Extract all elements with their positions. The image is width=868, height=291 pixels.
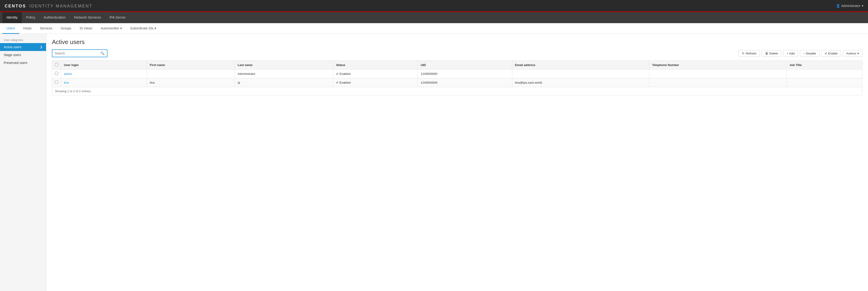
row-0-checkbox[interactable]: [55, 72, 58, 75]
logo-centos: CentOS IDENTITY MANAGEMENT: [5, 3, 93, 9]
table-row: adminAdministrator✔ Enabled1240000000: [52, 69, 863, 78]
cell-email-address: [512, 69, 649, 78]
subnav-services[interactable]: Services: [36, 23, 57, 34]
sidebar: User categories Active users ❯ Stage use…: [0, 34, 46, 291]
refresh-button[interactable]: ↻ Refresh: [739, 50, 760, 57]
user-menu[interactable]: 👤 Administrator ▾: [836, 4, 863, 8]
user-icon: 👤: [836, 4, 840, 8]
col-first-name: First name: [147, 61, 235, 69]
sidebar-item-stage-users[interactable]: Stage users: [0, 51, 46, 59]
table-footer: Showing 1 to 2 of 2 entries.: [52, 87, 863, 95]
page-title: Active users: [52, 38, 863, 46]
table-row: tinatinaqi✔ Enabled1240000004tina@ipa.za…: [52, 78, 863, 87]
cell-user-login: admin: [61, 69, 147, 78]
actions-dropdown-icon: ▾: [857, 52, 859, 55]
col-job-title: Job Title: [786, 61, 862, 69]
chevron-down-icon-2: ▾: [154, 26, 156, 30]
row-1-checkbox[interactable]: [55, 81, 58, 84]
logo-subtitle: IDENTITY MANAGEMENT: [29, 4, 93, 8]
add-label: + Add: [787, 52, 795, 55]
sidebar-category: User categories: [0, 36, 46, 43]
disable-label: – Disable: [803, 52, 816, 55]
cell-last-name: qi: [235, 78, 333, 87]
nav-item-identity[interactable]: Identity: [2, 12, 22, 23]
row-checkbox-cell: [52, 69, 61, 78]
cell-job-title: [786, 69, 862, 78]
delete-button[interactable]: 🗑 Delete: [762, 50, 782, 57]
enable-label: ✔ Enable: [825, 52, 837, 55]
search-button[interactable]: 🔍: [98, 50, 107, 57]
sidebar-item-preserved-users[interactable]: Preserved users: [0, 59, 46, 67]
select-all-checkbox[interactable]: [55, 63, 58, 66]
col-last-name: Last name: [235, 61, 333, 69]
user-label: Administrator: [841, 4, 860, 8]
users-table: User login First name Last name Status U…: [52, 60, 863, 87]
actions-button[interactable]: Actions ▾: [843, 50, 863, 57]
nav-item-authentication[interactable]: Authentication: [39, 12, 70, 23]
table-header-row: User login First name Last name Status U…: [52, 61, 863, 69]
cell-telephone-number: [649, 69, 786, 78]
cell-last-name: Administrator: [235, 69, 333, 78]
disable-button[interactable]: – Disable: [800, 50, 819, 57]
user-dropdown-icon: ▾: [862, 4, 863, 8]
subnav-automember[interactable]: Automember ▾: [97, 23, 126, 34]
cell-email-address: tina@ipa.zack.world: [512, 78, 649, 87]
cell-telephone-number: [649, 78, 786, 87]
refresh-label: Refresh: [746, 52, 756, 55]
actions-label: Actions: [846, 52, 856, 55]
sidebar-stage-users-label: Stage users: [4, 53, 21, 57]
refresh-icon: ↻: [742, 52, 745, 55]
cell-uid: 1240000004: [418, 78, 512, 87]
col-telephone: Telephone Number: [649, 61, 786, 69]
logo: CentOS IDENTITY MANAGEMENT: [5, 3, 93, 9]
top-header: CentOS IDENTITY MANAGEMENT 👤 Administrat…: [0, 0, 868, 12]
user-login-link[interactable]: admin: [64, 72, 72, 76]
nav-item-network-services[interactable]: Network Services: [70, 12, 105, 23]
delete-label: Delete: [769, 52, 778, 55]
sidebar-item-active-users[interactable]: Active users ❯: [0, 43, 46, 51]
cell-first-name: [147, 69, 235, 78]
cell-user-login: tina: [61, 78, 147, 87]
subnav-id-views[interactable]: ID Views: [75, 23, 97, 34]
toolbar: 🔍 ↻ Refresh 🗑 Delete + Add – Disable ✔ E…: [52, 49, 863, 57]
trash-icon: 🗑: [765, 52, 768, 55]
sub-nav: Users Hosts Services Groups ID Views Aut…: [0, 23, 868, 34]
nav-item-policy[interactable]: Policy: [22, 12, 39, 23]
row-checkbox-cell: [52, 78, 61, 87]
table-footer-text: Showing 1 to 2 of 2 entries.: [55, 89, 91, 93]
subnav-subordinate-ids[interactable]: Subordinate IDs ▾: [126, 23, 160, 34]
sidebar-active-users-label: Active users: [4, 45, 21, 49]
col-email: Email address: [512, 61, 649, 69]
chevron-down-icon: ▾: [120, 26, 122, 30]
content-area: User categories Active users ❯ Stage use…: [0, 34, 868, 291]
add-button[interactable]: + Add: [783, 50, 798, 57]
cell-status: ✔ Enabled: [333, 78, 418, 87]
chevron-right-icon: ❯: [40, 46, 42, 49]
enable-button[interactable]: ✔ Enable: [821, 50, 841, 57]
subnav-automember-label: Automember: [101, 26, 119, 30]
subnav-hosts[interactable]: Hosts: [19, 23, 36, 34]
select-all-col: [52, 61, 61, 69]
subnav-groups[interactable]: Groups: [57, 23, 75, 34]
sidebar-preserved-users-label: Preserved users: [4, 61, 27, 65]
col-uid: UID: [418, 61, 512, 69]
search-input[interactable]: [52, 50, 98, 57]
nav-item-ipa-server[interactable]: IPA Server: [105, 12, 130, 23]
user-login-link[interactable]: tina: [64, 81, 69, 84]
search-box: 🔍: [52, 49, 107, 57]
cell-first-name: tina: [147, 78, 235, 87]
col-status: Status: [333, 61, 418, 69]
cell-uid: 1240000000: [418, 69, 512, 78]
cell-status: ✔ Enabled: [333, 69, 418, 78]
col-user-login: User login: [61, 61, 147, 69]
subnav-subordinate-ids-label: Subordinate IDs: [130, 26, 153, 30]
cell-job-title: [786, 78, 862, 87]
main-content: Active users 🔍 ↻ Refresh 🗑 Delete + Add …: [46, 34, 868, 291]
main-nav: Identity Policy Authentication Network S…: [0, 12, 868, 23]
subnav-users[interactable]: Users: [2, 23, 19, 34]
